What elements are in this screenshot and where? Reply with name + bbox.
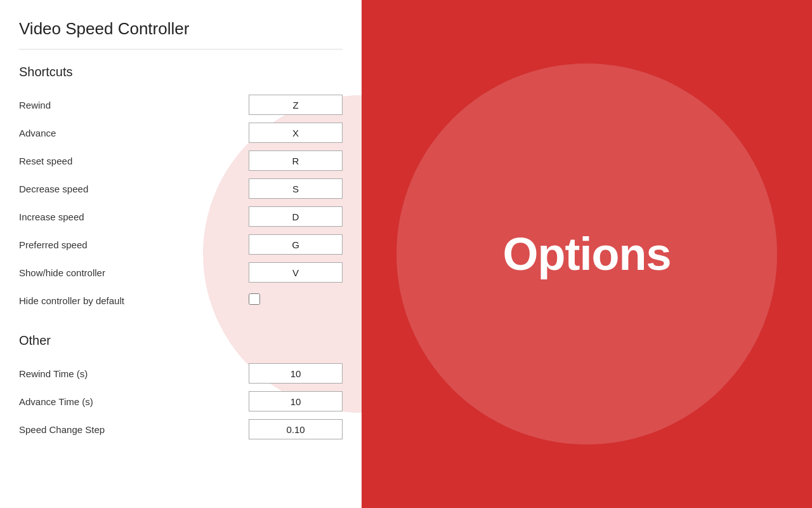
key-input[interactable]	[249, 262, 343, 283]
shortcut-label: Advance	[19, 119, 190, 147]
table-row: Preferred speed	[19, 231, 343, 258]
other-label: Advance Time (s)	[19, 387, 173, 415]
shortcut-label: Increase speed	[19, 203, 190, 231]
other-control[interactable]	[173, 415, 343, 443]
shortcut-control[interactable]	[190, 175, 343, 203]
shortcut-label: Preferred speed	[19, 231, 190, 258]
table-row: Rewind Time (s)	[19, 359, 343, 387]
other-control[interactable]	[173, 359, 343, 387]
hide-controller-checkbox[interactable]	[249, 293, 260, 305]
right-panel: Options	[362, 0, 812, 508]
key-input[interactable]	[249, 123, 343, 143]
other-label: Speed Change Step	[19, 415, 173, 443]
shortcut-control[interactable]	[190, 258, 343, 286]
key-input[interactable]	[249, 95, 343, 115]
shortcut-control[interactable]	[190, 203, 343, 231]
shortcut-control[interactable]	[190, 147, 343, 175]
app-title: Video Speed Controller	[19, 19, 343, 39]
other-control[interactable]	[173, 387, 343, 415]
other-table: Rewind Time (s) Advance Time (s) Speed C…	[19, 359, 343, 443]
shortcut-label: Show/hide controller	[19, 258, 190, 286]
shortcuts-table: Rewind Advance Reset speed Decrease spee…	[19, 91, 343, 314]
options-heading: Options	[503, 228, 671, 280]
table-row: Show/hide controller	[19, 258, 343, 286]
key-input[interactable]	[249, 150, 343, 171]
shortcut-label: Decrease speed	[19, 175, 190, 203]
table-row: Decrease speed	[19, 175, 343, 203]
hide-controller-label: Hide controller by default	[19, 286, 190, 314]
shortcut-control[interactable]	[190, 231, 343, 258]
number-input[interactable]	[249, 419, 343, 439]
shortcuts-section-title: Shortcuts	[19, 65, 343, 79]
hide-controller-row: Hide controller by default	[19, 286, 343, 314]
shortcut-label: Reset speed	[19, 147, 190, 175]
number-input[interactable]	[249, 363, 343, 384]
shortcut-control[interactable]	[190, 91, 343, 119]
other-section-title: Other	[19, 333, 343, 348]
shortcut-control[interactable]	[190, 119, 343, 147]
table-row: Reset speed	[19, 147, 343, 175]
key-input[interactable]	[249, 234, 343, 255]
table-row: Advance Time (s)	[19, 387, 343, 415]
table-row: Rewind	[19, 91, 343, 119]
other-label: Rewind Time (s)	[19, 359, 173, 387]
key-input[interactable]	[249, 206, 343, 227]
number-input[interactable]	[249, 391, 343, 411]
shortcut-label: Rewind	[19, 91, 190, 119]
table-row: Increase speed	[19, 203, 343, 231]
left-panel: Video Speed Controller Shortcuts Rewind …	[0, 0, 362, 508]
table-row: Speed Change Step	[19, 415, 343, 443]
divider	[19, 49, 343, 50]
hide-controller-control[interactable]	[190, 286, 343, 314]
table-row: Advance	[19, 119, 343, 147]
key-input[interactable]	[249, 178, 343, 199]
